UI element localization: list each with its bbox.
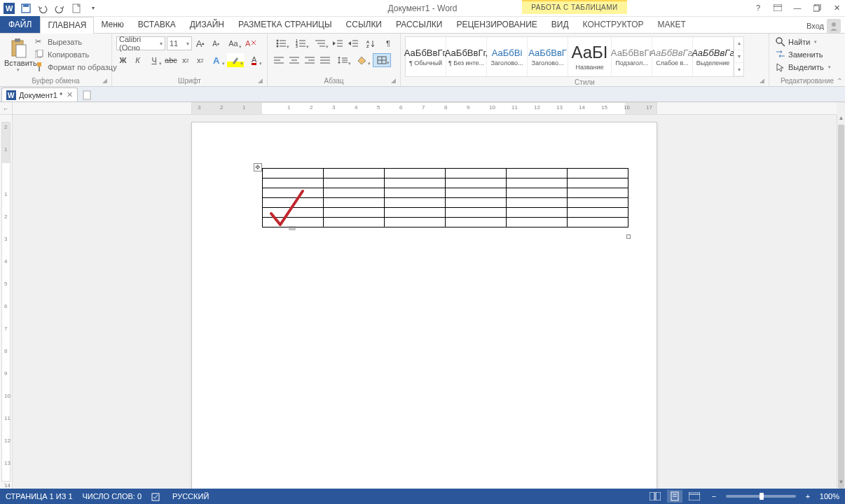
align-right-button[interactable] <box>303 53 317 67</box>
word-count[interactable]: ЧИСЛО СЛОВ: 0 <box>83 491 142 501</box>
underline-button[interactable]: Ч▾ <box>146 53 163 67</box>
redo-button[interactable] <box>53 2 66 15</box>
close-doc-button[interactable]: ✕ <box>67 90 73 99</box>
change-case-button[interactable]: Aa▾ <box>224 36 242 50</box>
table-cell[interactable] <box>446 218 507 227</box>
collapse-ribbon-button[interactable]: ⌃ <box>837 77 842 85</box>
page-count[interactable]: СТРАНИЦА 1 ИЗ 1 <box>6 491 73 501</box>
table-cell[interactable] <box>385 188 446 198</box>
new-document-button[interactable] <box>81 89 93 102</box>
new-doc-button[interactable] <box>70 2 83 15</box>
vertical-scrollbar[interactable]: ▲ ▼ <box>837 115 845 489</box>
paragraph-launcher[interactable]: ◢ <box>391 77 398 84</box>
strike-button[interactable]: abc <box>164 53 177 67</box>
table-cell[interactable] <box>324 198 385 208</box>
align-left-button[interactable] <box>272 53 286 67</box>
restore-button[interactable] <box>810 1 824 14</box>
table-cell[interactable] <box>446 169 507 178</box>
table-cell[interactable] <box>263 169 324 178</box>
table-cell[interactable] <box>568 198 628 208</box>
ribbon-display-button[interactable] <box>771 1 785 14</box>
bullets-button[interactable]: ▾ <box>272 36 290 50</box>
numbering-button[interactable]: 123▾ <box>291 36 310 50</box>
table-cell[interactable] <box>446 198 507 208</box>
sign-in[interactable]: Вход <box>806 19 841 33</box>
multilevel-button[interactable]: ▾ <box>311 36 329 50</box>
table-move-handle[interactable]: ✥ <box>254 163 262 172</box>
style-item[interactable]: АаБбВвГг,¶ Обычный <box>406 37 446 76</box>
vertical-ruler[interactable]: 211234567891011121314 <box>0 115 13 489</box>
style-item[interactable]: АаБбВіЗаголово... <box>487 37 528 76</box>
minimize-button[interactable]: — <box>790 1 804 14</box>
table-cell[interactable] <box>263 178 324 188</box>
sort-button[interactable]: AZ <box>362 36 380 50</box>
paste-button[interactable]: Вставить ▾ <box>4 36 32 73</box>
horizontal-ruler[interactable]: 3211234567891011121314151617 <box>13 102 837 115</box>
bold-button[interactable]: Ж <box>116 53 130 67</box>
page-layout-tab[interactable]: РАЗМЕТКА СТРАНИЦЫ <box>231 16 339 33</box>
table-cell[interactable] <box>507 208 568 218</box>
table-cell[interactable] <box>385 178 446 188</box>
font-color-button[interactable]: A▾ <box>245 53 263 67</box>
tab-selector[interactable]: ⌐ <box>0 102 13 115</box>
home-tab[interactable]: ГЛАВНАЯ <box>40 17 94 34</box>
align-center-button[interactable] <box>287 53 301 67</box>
style-item[interactable]: АаБбВвГг,¶ Без инте... <box>446 37 487 76</box>
style-item[interactable]: АаБбВвГгВыделение <box>693 37 734 76</box>
copy-button[interactable]: Копировать <box>34 49 118 60</box>
select-button[interactable]: Выделить▾ <box>774 62 833 73</box>
table-cell[interactable] <box>568 178 628 188</box>
style-item[interactable]: АаБбВвГг,Слабое в... <box>652 37 693 76</box>
shrink-font-button[interactable]: A▾ <box>209 36 223 50</box>
table-cell[interactable] <box>568 218 628 227</box>
inc-indent-button[interactable] <box>346 36 360 50</box>
table-cell[interactable] <box>263 208 324 218</box>
table-cell[interactable] <box>507 188 568 198</box>
table-cell[interactable] <box>568 169 628 178</box>
borders-button[interactable]: ▾ <box>373 53 391 67</box>
subscript-button[interactable]: x2 <box>179 53 192 67</box>
table[interactable] <box>262 168 628 227</box>
dec-indent-button[interactable] <box>331 36 345 50</box>
table-cell[interactable] <box>385 218 446 227</box>
word-app-icon[interactable]: W <box>3 2 15 15</box>
zoom-slider-thumb[interactable] <box>760 493 764 500</box>
file-tab[interactable]: ФАЙЛ <box>0 16 40 33</box>
format-painter-button[interactable]: Формат по образцу <box>34 62 118 73</box>
table-cell[interactable] <box>507 178 568 188</box>
scroll-thumb[interactable] <box>838 125 844 489</box>
menu-tab[interactable]: Меню <box>94 16 130 33</box>
table-cell[interactable] <box>324 188 385 198</box>
autocorrect-widget[interactable] <box>289 226 296 231</box>
zoom-in-button[interactable]: + <box>800 490 816 503</box>
text-effects-button[interactable]: A▾ <box>208 53 226 67</box>
page[interactable]: ✥ <box>191 122 657 489</box>
table-cell[interactable] <box>507 218 568 227</box>
table-cell[interactable] <box>324 218 385 227</box>
shading-button[interactable]: ▾ <box>353 53 371 67</box>
table-layout-tab[interactable]: МАКЕТ <box>651 16 693 33</box>
document-tab[interactable]: W Документ1 * ✕ <box>1 88 78 102</box>
clear-format-button[interactable]: A <box>244 36 258 50</box>
justify-button[interactable] <box>318 53 332 67</box>
gallery-more[interactable]: ▾ <box>734 63 743 76</box>
cut-button[interactable]: ✂Вырезать <box>34 36 118 48</box>
table-cell[interactable] <box>324 208 385 218</box>
styles-launcher[interactable]: ◢ <box>760 77 767 84</box>
mailings-tab[interactable]: РАССЫЛКИ <box>389 16 449 33</box>
table-cell[interactable] <box>385 198 446 208</box>
zoom-out-button[interactable]: − <box>706 490 722 503</box>
line-spacing-button[interactable]: ▾ <box>334 53 352 67</box>
table-cell[interactable] <box>446 188 507 198</box>
table-design-tab[interactable]: КОНСТРУКТОР <box>576 16 651 33</box>
table-cell[interactable] <box>324 169 385 178</box>
scroll-down-button[interactable]: ▼ <box>837 479 845 489</box>
grow-font-button[interactable]: A▴ <box>193 36 207 50</box>
replace-button[interactable]: Заменить <box>774 49 833 60</box>
close-button[interactable]: ✕ <box>830 1 844 14</box>
clipboard-launcher[interactable]: ◢ <box>102 77 109 84</box>
review-tab[interactable]: РЕЦЕНЗИРОВАНИЕ <box>449 16 544 33</box>
font-size-combo[interactable]: 11▾ <box>167 36 192 50</box>
design-tab[interactable]: ДИЗАЙН <box>183 16 231 33</box>
save-button[interactable] <box>20 2 32 15</box>
